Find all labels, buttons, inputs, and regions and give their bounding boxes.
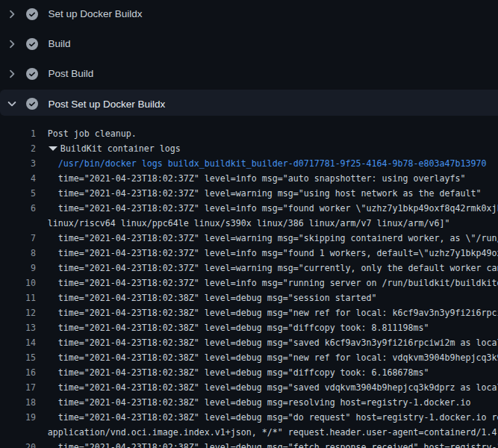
log-line-4: 4time="2021-04-23T18:02:37Z" level=info … [0,171,498,186]
step-header-set-up-docker-buildx[interactable]: Set up Docker Buildx [0,0,498,30]
log-line-continuation: application/vnd.oci.image.index.v1+json,… [0,425,498,440]
log-text: time="2021-04-23T18:02:38Z" level=debug … [48,410,498,425]
log-text: time="2021-04-23T18:02:38Z" level=debug … [48,380,498,395]
log-line-1: 1Post job cleanup. [0,126,498,141]
line-number[interactable]: 18 [0,395,36,410]
log-text: time="2021-04-23T18:02:38Z" level=debug … [48,335,498,350]
line-number[interactable]: 16 [0,365,36,380]
chevron-right-icon [6,68,18,80]
log-line-3: 3/usr/bin/docker logs buildx_buildkit_bu… [0,156,498,171]
log-text: time="2021-04-23T18:02:37Z" level=info m… [48,276,498,290]
chevron-right-icon [6,38,18,50]
line-number[interactable]: 9 [0,261,36,276]
log-text: time="2021-04-23T18:02:38Z" level=debug … [48,290,498,305]
log-line-14: 14time="2021-04-23T18:02:38Z" level=debu… [0,335,498,350]
log-text-value: time="2021-04-23T18:02:37Z" level=info m… [58,203,498,214]
log-text-value: time="2021-04-23T18:02:37Z" level=warnin… [58,188,482,199]
check-circle-icon [26,98,38,110]
workflow-log-viewer: Set up Docker BuildxBuildPost BuildPost … [0,0,498,448]
step-label: Post Set up Docker Buildx [48,99,165,110]
log-line-5: 5time="2021-04-23T18:02:37Z" level=warni… [0,186,498,201]
log-text: time="2021-04-23T18:02:38Z" level=debug … [48,365,498,380]
line-number[interactable]: 7 [0,231,36,246]
log-line-15: 15time="2021-04-23T18:02:38Z" level=debu… [0,350,498,365]
line-number[interactable]: 19 [0,410,36,425]
log-text-value: time="2021-04-23T18:02:38Z" level=debug … [58,293,377,303]
step-label: Set up Docker Buildx [48,8,142,19]
log-text-value: time="2021-04-23T18:02:38Z" level=debug … [58,397,471,408]
check-circle-icon [26,8,38,20]
log-text-value: time="2021-04-23T18:02:37Z" level=warnin… [58,263,498,273]
log-line-19: 19time="2021-04-23T18:02:38Z" level=debu… [0,410,498,425]
step-header-post-build[interactable]: Post Build [0,60,498,90]
step-label: Build [48,38,70,49]
log-line-18: 18time="2021-04-23T18:02:38Z" level=debu… [0,395,498,410]
line-number[interactable]: 4 [0,171,36,186]
line-number[interactable]: 12 [0,305,36,320]
line-number[interactable]: 14 [0,335,36,350]
line-number[interactable]: 3 [0,156,36,171]
log-command-text: /usr/bin/docker logs buildx_buildkit_bui… [48,156,498,171]
log-text: time="2021-04-23T18:02:37Z" level=info m… [48,201,498,216]
line-number[interactable]: 10 [0,276,36,290]
log-line-16: 16time="2021-04-23T18:02:38Z" level=debu… [0,365,498,380]
line-number[interactable]: 20 [0,440,36,448]
line-number[interactable]: 17 [0,380,36,395]
log-line-13: 13time="2021-04-23T18:02:38Z" level=debu… [0,320,498,335]
log-text: time="2021-04-23T18:02:38Z" level=debug … [48,350,498,365]
log-text: time="2021-04-23T18:02:38Z" level=debug … [48,395,498,410]
group-collapse-caret-icon[interactable] [49,146,57,151]
log-line-2: 2BuildKit container logs [0,141,498,156]
log-text-value: time="2021-04-23T18:02:38Z" level=debug … [58,308,498,318]
log-text-value: time="2021-04-23T18:02:38Z" level=debug … [58,323,429,333]
log-text: linux/riscv64 linux/ppc64le linux/s390x … [48,216,498,231]
log-text-value: Post job cleanup. [48,128,137,139]
log-text: time="2021-04-23T18:02:38Z" level=debug … [48,305,498,320]
log-text-value: time="2021-04-23T18:02:37Z" level=info m… [58,278,498,288]
log-text[interactable]: BuildKit container logs [48,141,498,156]
step-header-build[interactable]: Build [0,30,498,60]
step-header-post-set-up-docker-buildx[interactable]: Post Set up Docker Buildx [0,90,498,116]
log-text: time="2021-04-23T18:02:37Z" level=warnin… [48,186,498,201]
log-text: application/vnd.oci.image.index.v1+json,… [48,425,498,440]
step-list: Set up Docker BuildxBuildPost BuildPost … [0,0,498,116]
log-line-9: 9time="2021-04-23T18:02:37Z" level=warni… [0,261,498,276]
log-text-value: linux/riscv64 linux/ppc64le linux/s390x … [48,218,450,228]
log-line-17: 17time="2021-04-23T18:02:38Z" level=debu… [0,380,498,395]
step-label: Post Build [48,68,93,79]
log-text-value: application/vnd.oci.image.index.v1+json,… [48,427,498,438]
log-line-continuation: linux/riscv64 linux/ppc64le linux/s390x … [0,216,498,231]
log-text: time="2021-04-23T18:02:37Z" level=warnin… [48,261,498,276]
log-text: Post job cleanup. [48,126,498,141]
log-text-value: time="2021-04-23T18:02:38Z" level=debug … [58,337,498,348]
log-text: time="2021-04-23T18:02:38Z" level=debug … [48,440,498,448]
log-line-11: 11time="2021-04-23T18:02:38Z" level=debu… [0,290,498,305]
log-line-10: 10time="2021-04-23T18:02:37Z" level=info… [0,276,498,290]
line-number[interactable]: 6 [0,201,36,216]
line-number[interactable]: 15 [0,350,36,365]
log-text-value: /usr/bin/docker logs buildx_buildkit_bui… [58,158,487,169]
line-number[interactable]: 5 [0,186,36,201]
chevron-right-icon [6,8,18,20]
check-circle-icon [26,68,38,80]
log-text-value: time="2021-04-23T18:02:38Z" level=debug … [58,352,498,363]
line-number[interactable]: 2 [0,141,36,156]
log-text-value: time="2021-04-23T18:02:38Z" level=debug … [58,442,498,448]
log-text-value: time="2021-04-23T18:02:38Z" level=debug … [58,382,498,393]
log-line-12: 12time="2021-04-23T18:02:38Z" level=debu… [0,305,498,320]
log-text-value: time="2021-04-23T18:02:37Z" level=info m… [58,248,498,258]
log-text-value: BuildKit container logs [60,143,181,154]
log-line-7: 7time="2021-04-23T18:02:37Z" level=warni… [0,231,498,246]
log-text: time="2021-04-23T18:02:37Z" level=info m… [48,246,498,261]
line-number[interactable]: 1 [0,126,36,141]
line-number[interactable]: 11 [0,290,36,305]
check-circle-icon [26,38,38,50]
log-area: 1Post job cleanup.2BuildKit container lo… [0,116,498,448]
line-number[interactable]: 13 [0,320,36,335]
log-line-20: 20time="2021-04-23T18:02:38Z" level=debu… [0,440,498,448]
log-text-value: time="2021-04-23T18:02:37Z" level=info m… [58,173,466,184]
line-number[interactable]: 8 [0,246,36,261]
log-text: time="2021-04-23T18:02:37Z" level=warnin… [48,231,498,246]
chevron-down-icon [6,98,18,110]
log-text: time="2021-04-23T18:02:38Z" level=debug … [48,320,498,335]
